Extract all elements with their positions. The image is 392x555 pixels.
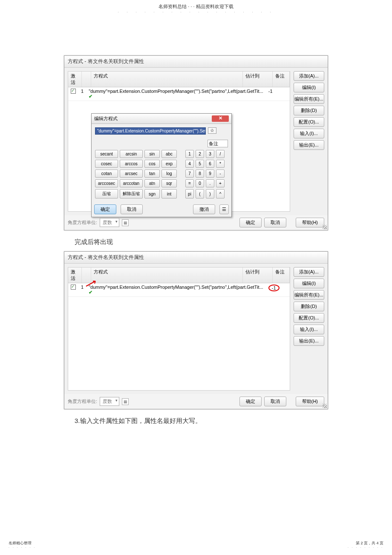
col-value: 估计到 <box>243 267 273 283</box>
export-button[interactable]: 输出(E)... <box>294 336 324 346</box>
key-rparen[interactable]: ) <box>206 189 214 198</box>
export-button[interactable]: 输出(E)... <box>294 140 324 150</box>
footer-left: 名师精心整理 · · · · · · · <box>9 541 36 549</box>
header-sep: · · · <box>188 4 194 9</box>
fn-secant[interactable]: secant <box>95 150 118 158</box>
key-5[interactable]: 5 <box>196 160 204 168</box>
key-pi[interactable]: pi <box>185 189 194 198</box>
fn-unsuppress[interactable]: 解除压缩 <box>120 189 143 198</box>
add-button[interactable]: 添加(A)... <box>294 71 324 81</box>
ok-button[interactable]: 确定 <box>239 397 262 406</box>
close-button[interactable]: ✕ <box>212 115 229 122</box>
key-lparen[interactable]: ( <box>196 189 204 198</box>
key-dot[interactable]: . <box>206 179 214 187</box>
col-equation: 方程式 <box>91 267 243 283</box>
key-9[interactable]: 9 <box>206 170 214 178</box>
fn-sgn[interactable]: sgn <box>144 189 160 198</box>
editor-expand-button[interactable]: ☰ <box>219 204 229 214</box>
fn-int[interactable]: int <box>161 189 177 198</box>
calendar-icon[interactable]: ▦ <box>122 398 129 405</box>
delete-button[interactable]: 删除(D) <box>294 106 324 115</box>
key-pow[interactable]: ^ <box>216 189 225 198</box>
side-buttons: 添加(A)... 编辑(I) 编辑所有(E)... 删除(D) 配置(O)...… <box>294 267 324 348</box>
edit-button[interactable]: 编辑(I) <box>294 83 324 92</box>
key-1[interactable]: 1 <box>185 150 194 158</box>
editor-ok-button[interactable]: 确定 <box>94 204 116 214</box>
calendar-icon[interactable]: ▦ <box>122 219 129 226</box>
fn-arccosec[interactable]: arccosec <box>95 179 118 187</box>
delete-button[interactable]: 删除(D) <box>294 302 324 311</box>
key-6[interactable]: 6 <box>206 160 214 168</box>
add-button[interactable]: 添加(A)... <box>294 267 324 277</box>
fn-suppress[interactable]: 压缩 <box>95 189 118 198</box>
fn-arcsec[interactable]: arcsec <box>120 170 143 178</box>
key-3[interactable]: 3 <box>206 150 214 158</box>
help-button[interactable]: 帮助(H) <box>296 397 324 406</box>
table-row[interactable]: 1 "dummy"=part.Extension.CustomPropertyM… <box>68 87 290 101</box>
editor-cancel-button[interactable]: 取消 <box>121 204 143 214</box>
fn-arcsin[interactable]: arcsin <box>120 150 143 158</box>
fn-tan[interactable]: tan <box>144 170 160 178</box>
row-value: -1 <box>266 87 280 101</box>
collapse-button[interactable]: ☆ <box>208 127 216 134</box>
config-button[interactable]: 配置(O)... <box>294 313 324 323</box>
import-button[interactable]: 输入(I)... <box>294 325 324 334</box>
resize-grip[interactable] <box>323 404 327 408</box>
unit-select[interactable]: 度数 <box>100 397 119 406</box>
col-index <box>82 72 91 87</box>
fn-log[interactable]: log <box>161 170 177 178</box>
equation-input[interactable]: "dummy"=part.Extension.CustomPropertyMan… <box>95 127 206 135</box>
fn-arccos[interactable]: arccos <box>120 160 143 168</box>
resize-grip[interactable] <box>323 225 327 229</box>
import-button[interactable]: 输入(I)... <box>294 129 324 138</box>
key-4[interactable]: 4 <box>185 160 194 168</box>
header-dots: · · · · · · · · · · · · · · · · · · <box>0 10 392 14</box>
fn-sqr[interactable]: sqr <box>161 179 177 187</box>
row-value: -1 <box>266 283 282 296</box>
col-activate: 激活 <box>68 72 82 87</box>
ok-button[interactable]: 确定 <box>239 218 262 227</box>
key-0[interactable]: 0 <box>196 179 204 187</box>
config-button[interactable]: 配置(O)... <box>294 117 324 127</box>
dialog-bottom-bar: 角度方程单位: 度数 ▦ 确定 取消 帮助(H) <box>64 394 328 409</box>
key-div[interactable]: / <box>216 150 225 158</box>
row-note <box>282 283 290 296</box>
fn-abc[interactable]: abc <box>161 150 177 158</box>
check-icon: ✔ <box>89 290 92 295</box>
key-2[interactable]: 2 <box>196 150 204 158</box>
help-button[interactable]: 帮助(H) <box>296 218 324 227</box>
editor-undo-button[interactable]: 撤消 <box>193 204 215 214</box>
fn-sin[interactable]: sin <box>144 150 160 158</box>
equations-dialog-2: 方程式 - 将文件名关联到文件属性 激活 方程式 估计到 备注 1 "dummy… <box>64 251 328 409</box>
circled-value: -1 <box>268 285 280 291</box>
annotation-arrow-icon <box>85 279 98 288</box>
fn-cos[interactable]: cos <box>144 160 160 168</box>
row-note <box>280 87 290 101</box>
note-input[interactable] <box>208 140 228 147</box>
key-add[interactable]: + <box>216 179 225 187</box>
col-note: 备注 <box>273 72 290 87</box>
unit-select[interactable]: 度数 <box>100 218 119 227</box>
document-header: 名师资料总结 · · · 精品资料欢迎下载 · · · · · · · · · … <box>0 0 392 15</box>
edit-button[interactable]: 编辑(I) <box>294 279 324 288</box>
cancel-button[interactable]: 取消 <box>264 397 286 406</box>
fn-arccotan[interactable]: arccotan <box>120 179 143 187</box>
editall-button[interactable]: 编辑所有(E)... <box>294 290 324 300</box>
key-eq[interactable]: = <box>185 179 194 187</box>
key-mul[interactable]: * <box>216 160 225 168</box>
header-left: 名师资料总结 <box>159 4 187 9</box>
key-sub[interactable]: - <box>216 170 225 178</box>
key-8[interactable]: 8 <box>196 170 204 178</box>
cancel-button[interactable]: 取消 <box>264 218 286 227</box>
unit-label: 角度方程单位: <box>68 219 97 226</box>
fn-atn[interactable]: atn <box>144 179 160 187</box>
fn-exp[interactable]: exp <box>161 160 177 168</box>
editall-button[interactable]: 编辑所有(E)... <box>294 94 324 104</box>
fn-cosec[interactable]: cosec <box>95 160 118 168</box>
key-7[interactable]: 7 <box>185 170 194 178</box>
row-checkbox[interactable] <box>71 285 76 290</box>
table-header-row: 激活 方程式 估计到 备注 <box>68 72 290 87</box>
row-checkbox[interactable] <box>71 89 76 94</box>
table-row[interactable]: 1 "dummy"=part.Extension.CustomPropertyM… <box>68 283 290 297</box>
fn-cotan[interactable]: cotan <box>95 170 118 178</box>
